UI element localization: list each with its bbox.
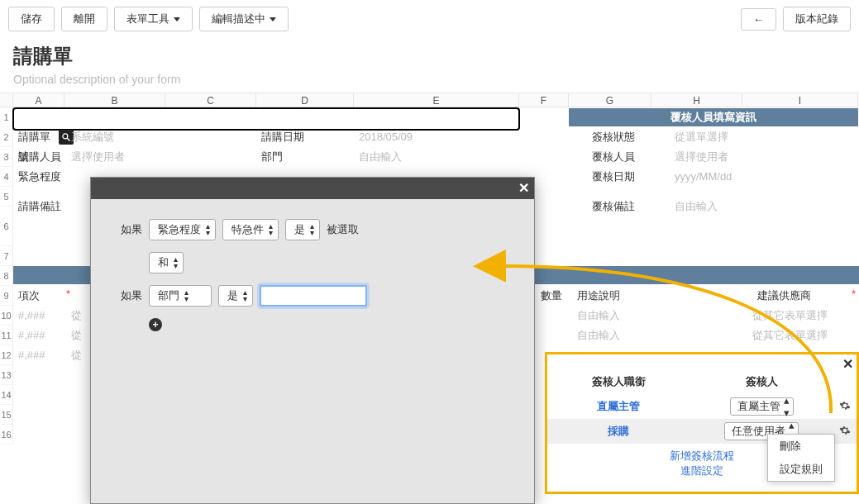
label-reviewer[interactable]: 覆核人員	[587, 147, 640, 167]
role-procurement[interactable]: 採購	[608, 425, 629, 437]
close-icon[interactable]: ✕	[518, 180, 529, 196]
updown-icon: ▴▾	[784, 394, 790, 419]
band-reviewer-info[interactable]: 覆核人員填寫資訊	[569, 108, 858, 126]
advanced-link[interactable]: 進階設定	[680, 464, 723, 477]
col-D[interactable]: D	[256, 93, 354, 107]
val-sup-1[interactable]: 從其它表單選擇	[747, 306, 833, 326]
row-14[interactable]: 14	[0, 385, 13, 405]
row-8[interactable]: 8	[0, 266, 13, 286]
add-flow-link[interactable]: 新增簽核流程	[670, 449, 734, 462]
col-H[interactable]: H	[651, 93, 742, 107]
row-6[interactable]: 6	[0, 207, 13, 246]
row-5[interactable]: 5	[0, 187, 13, 207]
gear-icon[interactable]	[839, 400, 851, 411]
form-tools-button[interactable]: 表單工具	[114, 7, 193, 31]
val-seq-2[interactable]: #,###	[13, 326, 50, 345]
val-seq-3[interactable]: #,###	[13, 345, 50, 365]
label-use-desc[interactable]: 用途說明	[572, 286, 625, 306]
chevron-down-icon	[174, 17, 180, 21]
history-label: 版本紀錄	[795, 12, 838, 26]
label-qty[interactable]: 數量	[536, 286, 567, 306]
option-select-urgent[interactable]: 特急件▴▾	[222, 219, 279, 240]
edit-desc-label: 編輯描述中	[212, 12, 265, 26]
col-role: 簽核人職銜	[547, 369, 690, 394]
field-select-dept[interactable]: 部門▴▾	[149, 285, 212, 307]
val-review-date[interactable]: yyyy/MM/dd	[670, 167, 737, 187]
history-button[interactable]: 版本紀錄	[783, 7, 851, 31]
col-B[interactable]: B	[64, 93, 165, 107]
panel-close-icon[interactable]: ✕	[842, 356, 853, 372]
person-select-1[interactable]: 直屬主管▴▾	[730, 397, 794, 416]
add-rule-icon[interactable]: +	[149, 318, 162, 331]
label-req-person[interactable]: 請購人員	[13, 147, 66, 167]
leave-button[interactable]: 離開	[61, 7, 107, 31]
label-review-date[interactable]: 覆核日期	[587, 167, 640, 187]
back-button[interactable]: ←	[741, 8, 776, 31]
label-sugg-supplier[interactable]: 建議供應商	[752, 286, 816, 306]
val-use-2[interactable]: 自由輸入	[572, 326, 625, 345]
col-G[interactable]: G	[569, 93, 651, 107]
val-use-1[interactable]: 自由輸入	[572, 306, 625, 326]
row-16[interactable]: 16	[0, 425, 13, 445]
row-9[interactable]: 9	[0, 286, 13, 306]
row-2[interactable]: 2	[0, 127, 13, 147]
row-10[interactable]: 10	[0, 306, 13, 326]
col-F[interactable]: F	[519, 93, 569, 107]
form-description[interactable]: Optional description of your form	[13, 73, 846, 86]
role-direct-mgr[interactable]: 直屬主管	[597, 400, 640, 412]
row-7[interactable]: 7	[0, 246, 13, 266]
row-3[interactable]: 3	[0, 147, 13, 167]
col-C[interactable]: C	[165, 93, 256, 107]
row-1[interactable]: 1	[0, 107, 13, 127]
rule-row-1: 如果 緊急程度▴▾ 特急件▴▾ 是▴▾ 被選取	[114, 219, 511, 240]
col-A[interactable]: A	[13, 93, 64, 107]
label-urgency[interactable]: 緊急程度	[13, 167, 66, 187]
operator-select-is[interactable]: 是▴▾	[285, 219, 320, 240]
val-c2[interactable]: 從	[66, 326, 87, 345]
form-title[interactable]: 請購單	[13, 43, 846, 69]
conjunction-select[interactable]: 和▴▾	[149, 252, 184, 273]
title-area: 請購單 Optional description of your form	[0, 38, 859, 88]
col-I[interactable]: I	[742, 93, 858, 107]
row-13[interactable]: 13	[0, 365, 13, 385]
col-E[interactable]: E	[354, 93, 519, 107]
approval-panel: ✕ 簽核人職銜 簽核人 直屬主管 直屬主管▴▾ 採購 任意使用者▴▾ 新增簽核流…	[545, 352, 859, 494]
rule-value-input[interactable]	[260, 285, 367, 307]
row-12[interactable]: 12	[0, 345, 13, 365]
menu-delete[interactable]: 刪除	[768, 435, 834, 458]
edit-desc-button[interactable]: 編輯描述中	[199, 7, 289, 31]
val-c3[interactable]: 從	[66, 345, 87, 365]
rule-row-2: 如果 部門▴▾ 是▴▾	[114, 285, 511, 307]
menu-set-rule[interactable]: 設定規則	[768, 458, 834, 481]
label-item-seq[interactable]: 項次	[13, 286, 45, 306]
label-dept[interactable]: 部門	[256, 147, 288, 167]
back-arrow-icon: ←	[753, 13, 764, 26]
field-select-urgency[interactable]: 緊急程度▴▾	[149, 219, 216, 240]
label-req-no[interactable]: 請購單號	[13, 127, 64, 147]
val-reviewer[interactable]: 選擇使用者	[670, 147, 733, 167]
row-11[interactable]: 11	[0, 326, 13, 345]
row-15[interactable]: 15	[0, 405, 13, 425]
row-4[interactable]: 4	[0, 167, 13, 187]
val-review-note[interactable]: 自由輸入	[670, 197, 723, 216]
approval-table: 簽核人職銜 簽核人 直屬主管 直屬主管▴▾ 採購 任意使用者▴▾	[547, 369, 857, 444]
rule-modal: ✕ 如果 緊急程度▴▾ 特急件▴▾ 是▴▾ 被選取 和▴▾ 如果 部門▴▾ 是▴…	[90, 177, 535, 504]
gear-icon[interactable]	[839, 425, 851, 436]
approval-row-1: 直屬主管 直屬主管▴▾	[547, 394, 857, 419]
label-review-note[interactable]: 覆核備註	[587, 197, 640, 216]
label-req-date[interactable]: 請購日期	[256, 127, 309, 147]
label-req-note[interactable]: 請購備註	[13, 197, 66, 216]
val-req-person[interactable]: 選擇使用者	[66, 147, 130, 167]
val-seq-1[interactable]: #,###	[13, 306, 50, 326]
val-dept[interactable]: 自由輸入	[354, 147, 407, 167]
val-req-date[interactable]: 2018/05/09	[354, 127, 418, 147]
val-sign-status[interactable]: 從選單選擇	[670, 127, 733, 147]
label-sign-status[interactable]: 簽核狀態	[587, 127, 640, 147]
val-sysno[interactable]: 系統編號	[66, 127, 165, 147]
val-sup-2[interactable]: 從其它表單選擇	[747, 326, 833, 345]
modal-titlebar[interactable]: ✕	[91, 178, 534, 199]
required-star: *	[66, 288, 70, 300]
save-button[interactable]: 儲存	[8, 7, 55, 31]
val-c1[interactable]: 從	[66, 306, 87, 326]
operator-select-is-2[interactable]: 是▴▾	[218, 285, 253, 307]
